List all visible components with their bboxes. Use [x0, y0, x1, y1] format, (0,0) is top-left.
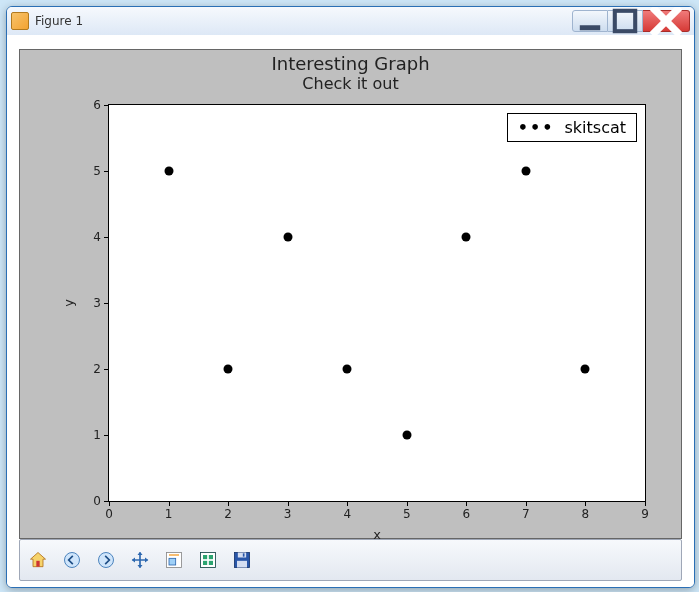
legend[interactable]: ••• skitscat — [507, 113, 637, 142]
svg-rect-1 — [615, 11, 635, 31]
svg-rect-23 — [238, 553, 246, 558]
svg-rect-17 — [201, 553, 216, 568]
subplots-button[interactable] — [192, 544, 224, 576]
client-area: Interesting Graph Check it out ••• skits… — [7, 35, 694, 587]
svg-marker-10 — [138, 552, 143, 555]
svg-marker-11 — [138, 565, 143, 568]
window-title: Figure 1 — [35, 14, 83, 28]
data-point — [521, 167, 530, 176]
figure-canvas[interactable]: Interesting Graph Check it out ••• skits… — [19, 49, 682, 539]
y-axis-label: y — [62, 299, 77, 307]
x-tick: 8 — [582, 507, 590, 521]
plot-axes[interactable]: ••• skitscat x y 01234567890123456 — [108, 104, 646, 502]
y-tick: 2 — [93, 362, 101, 376]
pan-button[interactable] — [124, 544, 156, 576]
forward-button[interactable] — [90, 544, 122, 576]
x-tick: 1 — [165, 507, 173, 521]
data-point — [462, 233, 471, 242]
y-tick: 0 — [93, 494, 101, 508]
y-tick: 3 — [93, 296, 101, 310]
x-tick: 7 — [522, 507, 530, 521]
back-button[interactable] — [56, 544, 88, 576]
plot-title-main: Interesting Graph — [20, 54, 681, 75]
svg-marker-13 — [145, 558, 148, 563]
minimize-button[interactable] — [572, 10, 608, 32]
close-button[interactable] — [643, 10, 690, 32]
maximize-button[interactable] — [608, 10, 643, 32]
y-tick: 1 — [93, 428, 101, 442]
svg-rect-21 — [209, 561, 213, 565]
svg-rect-25 — [243, 553, 245, 556]
svg-rect-18 — [203, 555, 207, 559]
svg-rect-15 — [169, 558, 176, 565]
plot-title-sub: Check it out — [20, 75, 681, 93]
save-button[interactable] — [226, 544, 258, 576]
svg-rect-24 — [237, 561, 247, 568]
svg-rect-5 — [36, 561, 39, 567]
data-point — [343, 365, 352, 374]
y-tick: 6 — [93, 98, 101, 112]
svg-rect-19 — [209, 555, 213, 559]
y-tick: 5 — [93, 164, 101, 178]
zoom-button[interactable] — [158, 544, 190, 576]
home-button[interactable] — [22, 544, 54, 576]
svg-rect-20 — [203, 561, 207, 565]
svg-marker-12 — [132, 558, 135, 563]
nav-toolbar — [19, 539, 682, 581]
x-tick: 4 — [343, 507, 351, 521]
legend-label: skitscat — [564, 118, 626, 137]
x-tick: 3 — [284, 507, 292, 521]
titlebar[interactable]: Figure 1 — [7, 7, 694, 36]
y-tick: 4 — [93, 230, 101, 244]
data-point — [164, 167, 173, 176]
figure-window: Figure 1 Interesting Graph Check it out … — [6, 6, 695, 588]
svg-point-7 — [99, 553, 114, 568]
window-controls — [572, 10, 690, 32]
x-tick: 2 — [224, 507, 232, 521]
legend-marker: ••• — [518, 118, 555, 137]
data-point — [581, 365, 590, 374]
x-tick: 9 — [641, 507, 649, 521]
plot-title: Interesting Graph Check it out — [20, 54, 681, 93]
x-tick: 0 — [105, 507, 113, 521]
data-point — [283, 233, 292, 242]
app-icon — [11, 12, 29, 30]
data-point — [402, 431, 411, 440]
data-point — [224, 365, 233, 374]
x-tick: 5 — [403, 507, 411, 521]
svg-point-6 — [65, 553, 80, 568]
x-tick: 6 — [463, 507, 471, 521]
